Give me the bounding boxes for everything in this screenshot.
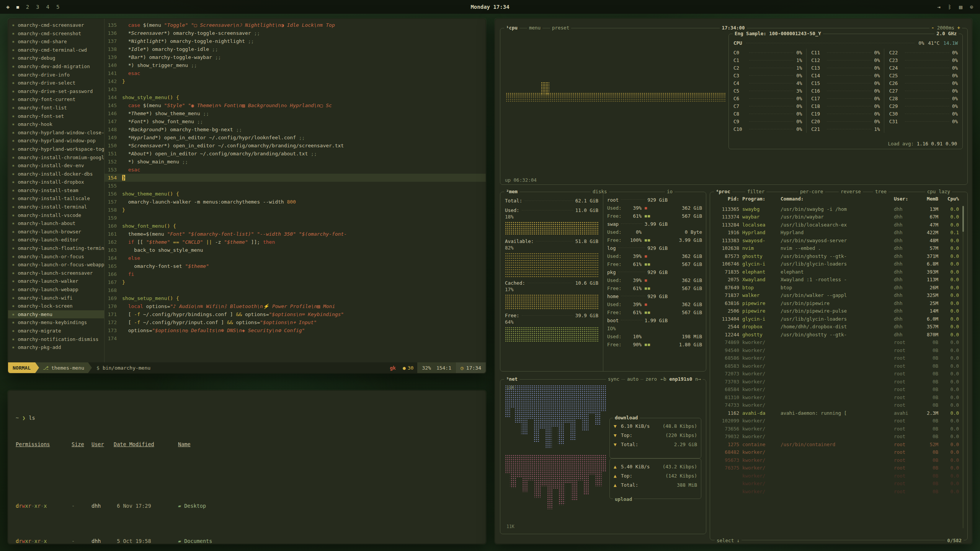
process-row[interactable]: 73703 kworker/ root 0B 0.0 bbox=[715, 378, 959, 386]
header-command[interactable]: Command: bbox=[781, 196, 891, 202]
process-row[interactable]: 102638 nvim nvim --embed . dhh 57M 0.0 bbox=[715, 245, 959, 253]
process-row[interactable]: 87573 ghostty /usr/bin/ghostty --gtk- dh… bbox=[715, 252, 959, 260]
file-tree-item[interactable]: ∗ omarchy-cmd-screensaver bbox=[8, 21, 104, 29]
file-tree-item[interactable]: ∗ omarchy-install-terminal bbox=[8, 203, 104, 211]
file-tree-item[interactable]: ∗ omarchy-launch-webapp bbox=[8, 285, 104, 294]
interval-decrease-button[interactable]: - bbox=[931, 25, 934, 31]
process-row[interactable]: 63816 pipewire /usr/bin/pipewire dhh 25M… bbox=[715, 299, 959, 307]
process-row[interactable]: 71835 elephant elephant dhh 393M 0.0 bbox=[715, 268, 959, 276]
file-tree-item[interactable]: ∗ omarchy-launch-walker bbox=[8, 277, 104, 285]
process-row[interactable]: 1275 containe /usr/bin/containerd root 5… bbox=[715, 440, 959, 448]
file-tree-item[interactable]: ∗ omarchy-font-list bbox=[8, 104, 104, 112]
process-row[interactable]: 76375 kworker/ root 0B 0.0 bbox=[715, 464, 959, 472]
file-tree-item[interactable]: ∗ omarchy-drive-info bbox=[8, 71, 104, 79]
proc-tree-toggle[interactable]: tree bbox=[873, 189, 889, 194]
process-row[interactable]: 1916 Hyprland Hyprland dhh 422M 0.1 bbox=[715, 229, 959, 237]
process-row[interactable]: 94540 kworker/ root 0B 0.0 bbox=[715, 346, 959, 354]
file-tree-item[interactable]: ∗ omarchy-launch-browser bbox=[8, 228, 104, 236]
process-row[interactable]: 102099 kworker/ root 0B 0.0 bbox=[715, 417, 959, 425]
proc-panel-title[interactable]: ⁴proc bbox=[714, 189, 732, 194]
keyboard-layout-icon[interactable]: ▤ bbox=[959, 4, 962, 10]
process-row[interactable]: 113284 localsea /usr/lib/localsearch-ex … bbox=[715, 221, 959, 229]
file-tree-item[interactable]: ∗ omarchy-hook bbox=[8, 120, 104, 129]
header-user[interactable]: User: bbox=[894, 196, 914, 202]
proc-sort-selector[interactable]: cpu lazy bbox=[925, 189, 952, 194]
proc-select-hint[interactable]: select ↓ bbox=[715, 538, 742, 543]
workspace-indicator[interactable]: ◈ bbox=[6, 3, 10, 10]
file-tree-item[interactable]: ∗ omarchy-launch-or-focus-webapp bbox=[8, 261, 104, 269]
process-row[interactable]: 2544 dropbox /home/dhh/.dropbox-dist dhh… bbox=[715, 323, 959, 331]
process-row[interactable]: 113404 glycin-i /usr/lib/glycin-loaders … bbox=[715, 315, 959, 323]
process-row[interactable]: 71837 walker /usr/bin/walker --gappl dhh… bbox=[715, 292, 959, 300]
proc-percore-toggle[interactable]: per-core bbox=[798, 189, 825, 194]
file-tree[interactable]: ∗ omarchy-cmd-screensaver ∗ omarchy-cmd-… bbox=[8, 19, 105, 362]
process-row[interactable]: 87649 btop btop dhh 26M 0.0 bbox=[715, 284, 959, 292]
file-tree-item[interactable]: ∗ omarchy-hyprland-window-pop bbox=[8, 137, 104, 145]
process-row[interactable]: 68482 kworker/ root 0B 0.0 bbox=[715, 448, 959, 456]
header-pid[interactable]: Pid: bbox=[715, 196, 739, 202]
terminal-window[interactable]: ~ ❯ ls Permissions Size User Date Modifi… bbox=[8, 390, 486, 544]
file-tree-item[interactable]: ∗ omarchy-font-current bbox=[8, 95, 104, 104]
prev-interface-button[interactable]: ←b bbox=[661, 376, 666, 382]
process-row[interactable]: 81310 kworker/ root 0B 0.0 bbox=[715, 393, 959, 401]
file-tree-item[interactable]: ∗ omarchy-pkg-add bbox=[8, 343, 104, 352]
workspace-indicator[interactable]: ■ bbox=[16, 5, 19, 10]
process-row[interactable]: 113374 waybar /usr/bin/waybar dhh 67M 0.… bbox=[715, 213, 959, 221]
interval-increase-button[interactable]: + bbox=[957, 25, 960, 31]
process-row[interactable]: 79032 kworker/ root 0B 0.0 bbox=[715, 433, 959, 441]
cpu-panel-title[interactable]: ¹cpu bbox=[504, 25, 519, 31]
file-tree-item[interactable]: ∗ omarchy-install-tailscale bbox=[8, 194, 104, 203]
net-zero-toggle[interactable]: zero bbox=[644, 376, 659, 382]
process-row[interactable]: 72073 kworker/ root 0B 0.0 bbox=[715, 370, 959, 378]
power-icon[interactable]: ⊙ bbox=[970, 4, 973, 10]
file-tree-item[interactable]: ∗ omarchy-install-dev-env bbox=[8, 161, 104, 170]
file-tree-item[interactable]: ∗ omarchy-menu bbox=[8, 310, 104, 319]
file-tree-item[interactable]: ∗ omarchy-cmd-share bbox=[8, 37, 104, 46]
file-tree-item[interactable]: ∗ omarchy-drive-select bbox=[8, 79, 104, 87]
mem-panel-title[interactable]: ²mem bbox=[504, 189, 519, 194]
process-row[interactable]: 1162 avahi-da avahi-daemon: running [ av… bbox=[715, 409, 959, 417]
file-tree-item[interactable]: ∗ omarchy-cmd-terminal-cwd bbox=[8, 46, 104, 54]
file-tree-item[interactable]: ∗ omarchy-install-steam bbox=[8, 186, 104, 195]
header-cpu[interactable]: Cpu% bbox=[941, 196, 959, 202]
file-tree-item[interactable]: ∗ omarchy-font-set bbox=[8, 112, 104, 121]
file-tree-item[interactable]: ∗ omarchy-debug bbox=[8, 54, 104, 62]
process-row[interactable]: kworker/ root 0B 0.0 bbox=[715, 487, 959, 496]
process-row[interactable]: kworker/ root 0B 0.0 bbox=[715, 472, 959, 480]
process-row[interactable]: 2075 Xwayland Xwayland :1 -rootless - dh… bbox=[715, 276, 959, 284]
file-tree-item[interactable]: ∗ omarchy-launch-screensaver bbox=[8, 269, 104, 277]
proc-scrollbar-thumb[interactable] bbox=[962, 206, 964, 232]
workspace-indicator[interactable]: 3 bbox=[36, 4, 39, 10]
process-row[interactable]: 106746 glycin-i /usr/lib/glycin-loaders … bbox=[715, 260, 959, 268]
file-tree-item[interactable]: ∗ omarchy-lock-screen bbox=[8, 302, 104, 310]
menu-button[interactable]: menu bbox=[527, 25, 542, 31]
file-tree-item[interactable]: ∗ omarchy-dev-add-migration bbox=[8, 62, 104, 71]
process-row[interactable]: 73656 kworker/ root 0B 0.0 bbox=[715, 425, 959, 433]
workspace-indicator[interactable]: 4 bbox=[46, 4, 49, 10]
file-tree-item[interactable]: ∗ omarchy-install-dropbox bbox=[8, 178, 104, 186]
code-editor[interactable]: 135 case $(menu "Toggle" "▢ Screensaver\… bbox=[105, 19, 486, 362]
net-panel-title[interactable]: ³net bbox=[504, 376, 519, 382]
file-tree-item[interactable]: ∗ omarchy-launch-or-focus bbox=[8, 253, 104, 261]
file-tree-item[interactable]: ∗ omarchy-cmd-screenshot bbox=[8, 29, 104, 38]
file-tree-item[interactable]: ∗ omarchy-hyprland-workspace-toggle bbox=[8, 145, 104, 153]
file-tree-item[interactable]: ∗ omarchy-notification-dismiss bbox=[8, 335, 104, 344]
process-table-header[interactable]: Pid: Program: Command: User: MemB Cpu% bbox=[715, 196, 959, 202]
file-tree-item[interactable]: ∗ omarchy-hyprland-window-close-all bbox=[8, 129, 104, 137]
process-row[interactable]: kworker/ root 0B 0.0 bbox=[715, 480, 959, 488]
process-row[interactable]: 68584 kworker/ root 0B 0.0 bbox=[715, 386, 959, 394]
proc-reverse-toggle[interactable]: reverse bbox=[839, 189, 863, 194]
proc-filter-button[interactable]: filter bbox=[745, 189, 766, 194]
process-row[interactable]: 74869 kworker/ root 0B 0.0 bbox=[715, 339, 959, 347]
disks-toggle[interactable]: disks bbox=[591, 189, 609, 194]
process-row[interactable]: 68586 kworker/ root 0B 0.0 bbox=[715, 354, 959, 362]
workspace-indicator[interactable]: 5 bbox=[56, 4, 59, 10]
process-row[interactable]: 95673 kworker/ root 0B 0.0 bbox=[715, 456, 959, 464]
file-tree-item[interactable]: ∗ omarchy-drive-set-password bbox=[8, 87, 104, 96]
tray-expand-icon[interactable]: ⇥ bbox=[937, 4, 940, 10]
process-row[interactable]: 12244 ghostty /usr/bin/ghostty --gtk- dh… bbox=[715, 331, 959, 339]
workspace-indicator[interactable]: 2 bbox=[26, 4, 29, 10]
io-toggle[interactable]: io bbox=[665, 189, 675, 194]
net-sync-toggle[interactable]: sync bbox=[606, 376, 621, 382]
proc-scrollbar[interactable] bbox=[962, 206, 964, 528]
